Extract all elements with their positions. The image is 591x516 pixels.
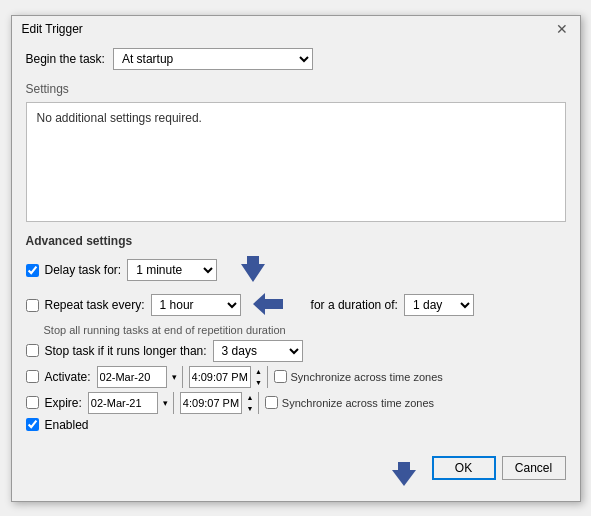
sync-expire-checkbox[interactable] [265, 396, 278, 409]
expire-date-input[interactable] [89, 393, 157, 413]
expire-time-combo: ▲ ▼ [180, 392, 259, 414]
svg-marker-2 [392, 462, 416, 486]
expire-time-down[interactable]: ▼ [242, 403, 258, 414]
duration-select[interactable]: 1 day 30 minutes 1 hour Indefinitely [404, 294, 474, 316]
delay-task-label: Delay task for: [45, 263, 122, 277]
activate-time-down[interactable]: ▼ [251, 377, 267, 388]
activate-row: Activate: ▾ ▲ ▼ Synchronize across time … [26, 366, 566, 388]
stop-task-select[interactable]: 3 days 1 hour 2 hours 4 hours 8 hours 1 … [213, 340, 303, 362]
activate-time-input[interactable] [190, 367, 250, 387]
delay-task-checkbox[interactable] [26, 264, 39, 277]
settings-title: Settings [26, 82, 566, 96]
repeat-task-label: Repeat task every: [45, 298, 145, 312]
svg-marker-1 [253, 293, 283, 315]
settings-panel: No additional settings required. [26, 102, 566, 222]
repeat-task-row: Repeat task every: 1 hour 30 minutes 2 h… [26, 291, 566, 320]
arrow-down-icon [233, 254, 273, 287]
expire-time-spin: ▲ ▼ [241, 392, 258, 414]
expire-date-picker-button[interactable]: ▾ [157, 392, 173, 414]
activate-time-spin: ▲ ▼ [250, 366, 267, 388]
arrow-ok-icon [386, 460, 422, 491]
close-button[interactable]: ✕ [554, 22, 570, 36]
advanced-section: Advanced settings Delay task for: 1 minu… [26, 234, 566, 436]
begin-task-row: Begin the task: At startup At log on On … [26, 48, 566, 70]
ok-button[interactable]: OK [432, 456, 496, 480]
expire-date-combo: ▾ [88, 392, 174, 414]
sync-activate-checkbox[interactable] [274, 370, 287, 383]
expire-label: Expire: [45, 396, 82, 410]
svg-marker-0 [241, 256, 265, 282]
expire-time-input[interactable] [181, 393, 241, 413]
expire-checkbox[interactable] [26, 396, 39, 409]
expire-time-up[interactable]: ▲ [242, 392, 258, 403]
activate-date-input[interactable] [98, 367, 166, 387]
dialog-title: Edit Trigger [22, 22, 83, 36]
repeat-task-select[interactable]: 1 hour 30 minutes 2 hours 4 hours [151, 294, 241, 316]
advanced-title: Advanced settings [26, 234, 566, 248]
activate-label: Activate: [45, 370, 91, 384]
dialog-content: Begin the task: At startup At log on On … [12, 40, 580, 446]
activate-time-up[interactable]: ▲ [251, 366, 267, 377]
settings-section: Settings No additional settings required… [26, 82, 566, 222]
enabled-checkbox[interactable] [26, 418, 39, 431]
sync-expire-label: Synchronize across time zones [265, 396, 434, 409]
activate-checkbox[interactable] [26, 370, 39, 383]
stop-task-row: Stop task if it runs longer than: 3 days… [26, 340, 566, 362]
repeat-task-checkbox[interactable] [26, 299, 39, 312]
stop-task-label: Stop task if it runs longer than: [45, 344, 207, 358]
begin-task-select[interactable]: At startup At log on On a schedule [113, 48, 313, 70]
stop-task-checkbox[interactable] [26, 344, 39, 357]
begin-task-label: Begin the task: [26, 52, 105, 66]
activate-time-combo: ▲ ▼ [189, 366, 268, 388]
edit-trigger-dialog: Edit Trigger ✕ Begin the task: At startu… [11, 15, 581, 502]
no-settings-text: No additional settings required. [37, 111, 202, 125]
activate-date-picker-button[interactable]: ▾ [166, 366, 182, 388]
delay-task-row: Delay task for: 1 minute 5 minutes 30 mi… [26, 254, 566, 287]
enabled-row: Enabled [26, 418, 566, 432]
cancel-button[interactable]: Cancel [502, 456, 566, 480]
activate-date-combo: ▾ [97, 366, 183, 388]
for-duration-label: for a duration of: [311, 298, 398, 312]
stop-repetition-text: Stop all running tasks at end of repetit… [44, 324, 566, 336]
expire-row: Expire: ▾ ▲ ▼ Synchronize across time zo… [26, 392, 566, 414]
dialog-footer: OK Cancel [12, 450, 580, 501]
title-bar: Edit Trigger ✕ [12, 16, 580, 40]
arrow-left-icon [249, 291, 285, 320]
enabled-label: Enabled [45, 418, 89, 432]
sync-activate-label: Synchronize across time zones [274, 370, 443, 383]
delay-task-select[interactable]: 1 minute 5 minutes 30 minutes 1 hour [127, 259, 217, 281]
